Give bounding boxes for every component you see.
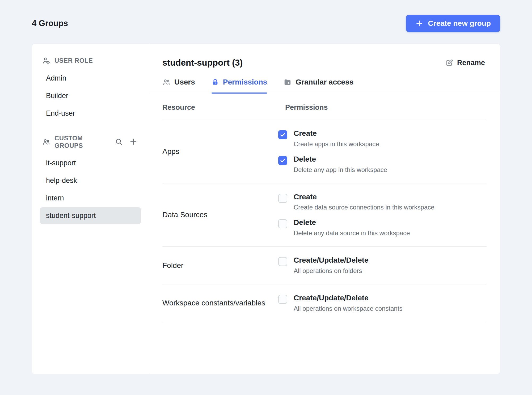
permission-label: Create <box>294 129 379 138</box>
groups-card: USER ROLE Admin Builder End-user CUSTOM … <box>32 44 500 374</box>
permission-label: Delete <box>294 155 387 163</box>
pencil-icon <box>445 59 453 67</box>
groups-sidebar: USER ROLE Admin Builder End-user CUSTOM … <box>32 44 149 374</box>
folder-icon <box>284 78 292 86</box>
group-detail-panel: student-support (3) Rename <box>149 44 500 374</box>
sidebar-item-it-support[interactable]: it-support <box>40 155 141 171</box>
resource-column-header: Resource <box>162 103 278 112</box>
rename-label: Rename <box>457 59 485 67</box>
sidebar-item-end-user[interactable]: End-user <box>40 105 141 122</box>
permission-label: Create <box>294 193 434 201</box>
sidebar-item-help-desk[interactable]: help-desk <box>40 172 141 189</box>
group-title: student-support (3) <box>162 58 243 68</box>
plus-icon <box>129 137 138 146</box>
permission-item: Create Create apps in this workspace <box>278 129 487 148</box>
add-group-button[interactable] <box>128 136 139 148</box>
users-icon <box>162 78 170 86</box>
search-groups-button[interactable] <box>114 137 124 148</box>
page-title: 4 Groups <box>32 19 68 28</box>
user-role-icon <box>42 57 50 65</box>
custom-groups-header: CUSTOM GROUPS <box>40 135 141 149</box>
permission-label: Create/Update/Delete <box>294 256 369 264</box>
permission-list: Create/Update/Delete All operations on w… <box>278 294 487 312</box>
table-row: Apps Create Create apps in this workspac… <box>162 120 487 183</box>
permission-item: Create/Update/Delete All operations on f… <box>278 256 487 275</box>
permissions-table: Resource Permissions Apps Create Create … <box>162 93 487 322</box>
checkbox-datasources-create[interactable] <box>278 194 287 203</box>
table-row: Folder Create/Update/Delete All operatio… <box>162 247 487 284</box>
tab-users-label: Users <box>174 78 195 86</box>
permission-list: Create Create data source connections in… <box>278 193 487 237</box>
plus-icon <box>415 19 423 27</box>
permission-description: Create data source connections in this w… <box>294 204 434 211</box>
custom-groups-icon <box>42 138 50 146</box>
create-new-group-button[interactable]: Create new group <box>406 15 500 32</box>
permission-description: Delete any data source in this workspace <box>294 229 410 237</box>
checkbox-workspace-constants-cud[interactable] <box>278 295 287 304</box>
tab-granular-access[interactable]: Granular access <box>284 78 353 93</box>
permission-description: Create apps in this workspace <box>294 140 379 148</box>
permission-description: All operations on folders <box>294 267 369 275</box>
tab-permissions-label: Permissions <box>223 78 267 86</box>
panel-header: student-support (3) Rename <box>149 44 500 68</box>
tab-granular-access-label: Granular access <box>295 78 353 86</box>
tabs: Users Permissions <box>149 78 500 93</box>
permission-label: Delete <box>294 218 410 227</box>
sidebar-item-builder[interactable]: Builder <box>40 87 141 104</box>
tab-permissions[interactable]: Permissions <box>212 78 267 93</box>
permissions-column-header: Permissions <box>278 103 487 112</box>
create-new-group-label: Create new group <box>428 19 491 28</box>
permission-item: Create/Update/Delete All operations on w… <box>278 294 487 312</box>
checkbox-apps-create[interactable] <box>278 130 287 139</box>
permission-description: Delete any app in this workspace <box>294 166 387 174</box>
custom-groups-section: CUSTOM GROUPS it-support help-desk inter… <box>40 135 141 224</box>
checkbox-apps-delete[interactable] <box>278 156 287 165</box>
resource-label: Data Sources <box>162 211 278 219</box>
sidebar-item-admin[interactable]: Admin <box>40 70 141 87</box>
permission-item: Create Create data source connections in… <box>278 193 487 211</box>
tab-users[interactable]: Users <box>162 78 195 93</box>
table-row: Data Sources Create Create data source c… <box>162 183 487 247</box>
permission-description: All operations on workspace constants <box>294 305 403 312</box>
resource-label: Apps <box>162 147 278 156</box>
sidebar-item-student-support[interactable]: student-support <box>40 207 141 224</box>
table-row: Workspace constants/variables Create/Upd… <box>162 284 487 322</box>
custom-groups-label: CUSTOM GROUPS <box>54 135 105 149</box>
lock-icon <box>212 78 219 86</box>
resource-label: Workspace constants/variables <box>162 299 278 307</box>
permission-list: Create Create apps in this workspace Del… <box>278 129 487 174</box>
permission-item: Delete Delete any app in this workspace <box>278 155 487 174</box>
checkbox-datasources-delete[interactable] <box>278 219 287 228</box>
table-header-row: Resource Permissions <box>162 93 487 120</box>
user-role-header: USER ROLE <box>40 57 141 65</box>
permission-list: Create/Update/Delete All operations on f… <box>278 256 487 275</box>
sidebar-item-intern[interactable]: intern <box>40 190 141 207</box>
rename-button[interactable]: Rename <box>444 58 487 67</box>
topbar: 4 Groups Create new group <box>0 0 532 32</box>
checkbox-folder-cud[interactable] <box>278 257 287 266</box>
user-role-section: USER ROLE Admin Builder End-user <box>40 57 141 122</box>
permission-label: Create/Update/Delete <box>294 294 403 302</box>
user-role-label: USER ROLE <box>54 57 93 64</box>
resource-label: Folder <box>162 261 278 270</box>
permission-item: Delete Delete any data source in this wo… <box>278 218 487 237</box>
search-icon <box>115 138 123 146</box>
